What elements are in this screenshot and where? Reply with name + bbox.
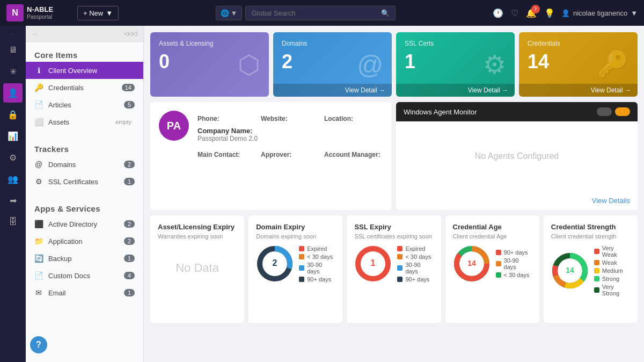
agent-status-dot[interactable]: [615, 107, 630, 116]
articles-badge: 5: [124, 101, 135, 108]
globe-button[interactable]: 🌐 ▼: [216, 6, 243, 20]
svg-text:14: 14: [467, 259, 476, 267]
ssl-card-icon: ⚙: [483, 49, 506, 79]
email-badge: 1: [124, 289, 135, 296]
sidebar-icon-chart[interactable]: 📊: [3, 126, 23, 146]
sidebar-icon-storage[interactable]: 🗄: [3, 212, 23, 231]
account-manager-field: Account Manager:: [324, 151, 383, 158]
top-navigation: N N-ABLE Passportal + New ▼ 🌐 ▼ 🔍 🕐 ♡ 🔔 …: [0, 0, 644, 26]
help-nav-icon[interactable]: 💡: [544, 8, 555, 18]
sidebar-drag-handle: ···: [11, 31, 15, 37]
expired-dot: [299, 246, 304, 251]
nav-item-email[interactable]: ✉ Email 1: [26, 284, 143, 301]
domain-legend: Expired < 30 days 30-90 days 90+ days: [299, 245, 335, 283]
left-nav-header: ··· ◁◁◁: [26, 26, 143, 42]
credentials-badge: 14: [122, 84, 135, 91]
company-name-label: Company Name:: [197, 127, 383, 135]
domain-donut-chart: 2: [256, 245, 294, 283]
agent-monitor-header: Windows Agent Monitor: [396, 102, 638, 121]
ssl-view-detail[interactable]: View Detail →: [396, 84, 515, 97]
assets-icon: ⬜: [34, 118, 43, 126]
core-items-section: Core Items ℹ Client Overview 🔑 Credentia…: [26, 42, 143, 136]
nav-item-credentials[interactable]: 🔑 Credentials 14: [26, 79, 143, 96]
view-details-link[interactable]: View Details: [396, 191, 638, 210]
logo-text: N-ABLE Passportal: [27, 5, 53, 20]
cred-age-donut-container: 14 90+ days 30-90 days < 30 days: [453, 245, 532, 283]
logo-icon: N: [6, 4, 24, 21]
ssl-legend: Expired < 30 days 30-90 days 90+ days: [397, 245, 433, 283]
core-items-title: Core Items: [26, 47, 143, 62]
cred-strength-legend: Very Weak Weak Medium Strong Very Strong: [594, 245, 630, 296]
nav-icons: 🕐 ♡ 🔔 7 💡: [493, 8, 555, 18]
main-layout: ··· 🖥 ✳ 👤 🔒 📊 ⚙ 👥 ➡ 🗄 ··· ◁◁◁ Core Items…: [0, 26, 644, 362]
sidebar-icon-arrow[interactable]: ➡: [3, 191, 23, 210]
sidebar-icon-settings[interactable]: ⚙: [3, 148, 23, 167]
nav-item-assets[interactable]: ⬜ Assets empty: [26, 113, 143, 131]
new-button[interactable]: + New ▼: [77, 6, 119, 20]
sidebar-icon-client[interactable]: 👤: [3, 83, 23, 103]
history-icon[interactable]: 🕐: [493, 8, 503, 18]
backup-badge: 1: [124, 255, 135, 262]
nav-item-active-directory[interactable]: ⬛ Active Directory 2: [26, 215, 143, 233]
assets-licensing-card[interactable]: Assets & Licensing 0 ⬡: [150, 32, 269, 97]
ssl-donut-chart: 1: [354, 245, 392, 283]
cred-age-legend: 90+ days 30-90 days < 30 days: [496, 249, 532, 278]
apps-section: Apps & Services ⬛ Active Directory 2 📁 A…: [26, 196, 143, 307]
cred-strength-donut-chart: 14: [551, 252, 589, 289]
ssl-card-label: SSL Certs: [405, 40, 506, 47]
assets-badge: empty: [112, 118, 135, 126]
nav-item-application[interactable]: 📁 Application 2: [26, 233, 143, 250]
domains-card-label: Domains: [282, 40, 383, 47]
bottom-charts-row: Asset/Licensing Expiry Warranties expiri…: [150, 215, 638, 323]
sidebar-icon-monitor[interactable]: 🖥: [3, 40, 23, 60]
sidebar-icon-star[interactable]: ✳: [3, 62, 23, 81]
user-menu[interactable]: 👤 nicolae tiganenco ▼: [561, 9, 638, 17]
search-icon[interactable]: 🔍: [381, 9, 390, 17]
search-input[interactable]: [251, 9, 377, 17]
location-field: Location:: [324, 115, 383, 122]
articles-icon: 📄: [34, 100, 43, 109]
notifications-icon[interactable]: 🔔 7: [526, 8, 537, 18]
trackers-title: Trackers: [26, 141, 143, 156]
sidebar-icon-lock[interactable]: 🔒: [3, 105, 23, 124]
app-icon: 📁: [34, 237, 43, 245]
ssl-badge: 1: [124, 178, 135, 185]
trackers-section: Trackers @ Domains 2 ⚙ SSL Certificates …: [26, 136, 143, 196]
brand-name: N-ABLE: [27, 5, 53, 14]
cred-strength-donut-container: 14 Very Weak Weak Medium Strong Very Str…: [551, 245, 630, 296]
client-info-panel: PA Phone: Website: Location:: [150, 102, 392, 210]
approver-field: Approver:: [261, 151, 320, 158]
agent-monitor-panel: Windows Agent Monitor No Agents Configur…: [396, 102, 638, 210]
client-bottom-fields: Main Contact: Approver: Account Manager:: [197, 151, 383, 158]
credentials-icon: 🔑: [34, 83, 43, 92]
domains-icon: @: [34, 160, 43, 169]
ssl-certs-card[interactable]: SSL Certs 1 ⚙ View Detail →: [396, 32, 515, 97]
favorites-icon[interactable]: ♡: [511, 8, 518, 18]
left-navigation: ··· ◁◁◁ Core Items ℹ Client Overview 🔑 C…: [26, 26, 144, 362]
domains-view-detail[interactable]: View Detail →: [273, 84, 392, 97]
nav-item-backup[interactable]: 🔄 Backup 1: [26, 250, 143, 267]
agent-toggle[interactable]: [597, 107, 612, 116]
nav-item-client-overview[interactable]: ℹ Client Overview: [26, 62, 143, 79]
phone-field: Phone:: [197, 115, 257, 122]
creds-card-icon: 🔑: [597, 49, 629, 79]
nav-item-articles[interactable]: 📄 Articles 5: [26, 96, 143, 113]
nav-item-ssl-certs[interactable]: ⚙ SSL Certificates 1: [26, 173, 143, 190]
assets-card-label: Assets & Licensing: [159, 40, 260, 47]
no-agents-text: No Agents Configured: [475, 151, 559, 161]
domains-badge: 2: [124, 161, 135, 168]
user-icon: 👤: [561, 9, 570, 17]
domains-card[interactable]: Domains 2 @ View Detail →: [273, 32, 392, 97]
svg-text:1: 1: [371, 258, 376, 267]
user-name: nicolae tiganenco: [573, 9, 627, 17]
credentials-card[interactable]: Credentials 14 🔑 View Detail →: [519, 32, 638, 97]
creds-view-detail[interactable]: View Detail →: [519, 84, 638, 97]
website-field: Website:: [261, 115, 320, 122]
nav-item-custom-docs[interactable]: 📄 Custom Docs 4: [26, 267, 143, 284]
90plus-dot: [299, 277, 304, 282]
icon-sidebar: ··· 🖥 ✳ 👤 🔒 📊 ⚙ 👥 ➡ 🗄: [0, 26, 26, 362]
agent-header-controls: [597, 107, 630, 116]
sidebar-icon-group[interactable]: 👥: [3, 169, 23, 189]
help-button[interactable]: ?: [30, 336, 47, 353]
nav-item-domains[interactable]: @ Domains 2: [26, 156, 143, 173]
